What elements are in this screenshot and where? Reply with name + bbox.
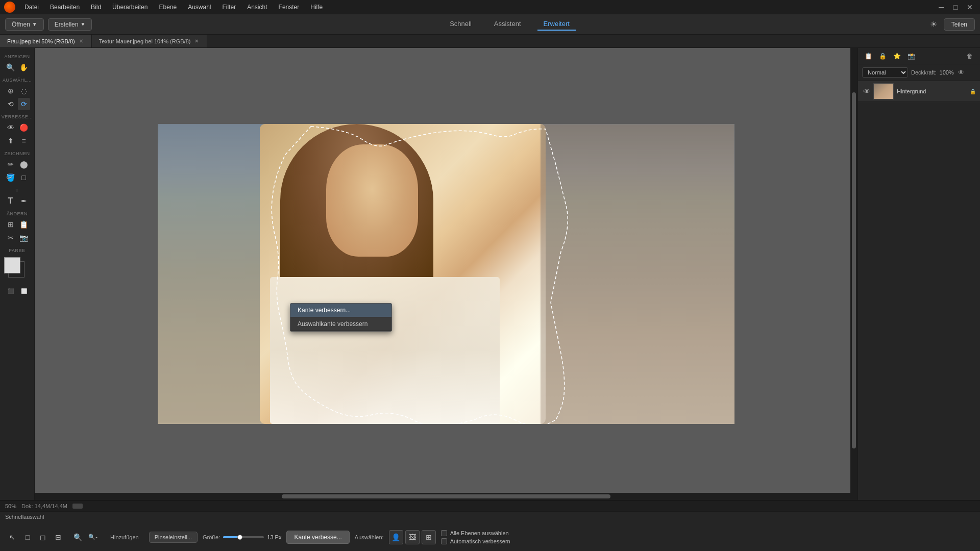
- color-foreground-swatch[interactable]: [4, 257, 20, 273]
- layer-visibility-icon[interactable]: 👁: [958, 69, 964, 76]
- color-swatch-area: [4, 257, 31, 283]
- blend-mode-select[interactable]: Normal Multiplizieren Bildschirm: [862, 67, 908, 78]
- layer-thumb-preview: [874, 84, 893, 99]
- tool-pan[interactable]: ✋: [18, 61, 30, 73]
- auswahlen-icon-3[interactable]: ⊞: [422, 530, 436, 544]
- dropdown-item-auswahlkante[interactable]: Auswahlkante verbessern: [290, 317, 391, 331]
- main-layout: ANZEIGEN 🔍 ✋ AUSWÄHL... ⊕ ◌ ⟲ ⟳ VERBESSE…: [0, 48, 980, 500]
- tool-text[interactable]: T: [5, 195, 17, 207]
- section-zeichnen: ZEICHNEN: [0, 151, 34, 156]
- tool-fill[interactable]: 🪣: [5, 171, 17, 184]
- refine-edge-btn[interactable]: Kante verbesse...: [286, 531, 349, 544]
- mode-schnell[interactable]: Schnell: [444, 18, 478, 31]
- panel-new-layer[interactable]: 📋: [862, 50, 874, 62]
- app-icon: [4, 2, 15, 13]
- tool-eraser[interactable]: ⬤: [18, 158, 30, 170]
- zoom-in-icon[interactable]: 🔍: [70, 530, 85, 544]
- photo-canvas[interactable]: @keyframes dash { to { stroke-dashoffset…: [158, 124, 734, 424]
- status-info-btn[interactable]: [72, 504, 83, 509]
- tool-fix[interactable]: 🔴: [18, 121, 30, 134]
- tab-frau-close[interactable]: ✕: [78, 38, 84, 44]
- select-mode-icons: ↖ □ ◻ ⊟: [5, 530, 65, 544]
- tool-slice[interactable]: ✂: [5, 232, 17, 244]
- horizontal-scrollbar[interactable]: [35, 493, 857, 500]
- status-bar: 50% Dok: 14,4M/14,4M: [0, 500, 980, 511]
- tool-crop[interactable]: ⊞: [5, 218, 17, 231]
- tool-mode-4[interactable]: ⊟: [51, 530, 65, 544]
- checkbox-alle-ebenen-input[interactable]: [441, 530, 447, 536]
- tool-heal[interactable]: ⬆: [5, 135, 17, 147]
- tool-pen[interactable]: ✒: [18, 195, 30, 207]
- menu-bild[interactable]: Bild: [86, 3, 106, 12]
- auswahlen-icon-1[interactable]: 👤: [389, 530, 403, 544]
- tool-options-row: ↖ □ ◻ ⊟ 🔍 🔍- Hinzufügen Pinseleinstell..…: [0, 521, 980, 551]
- tool-select-lasso[interactable]: ◌: [18, 85, 30, 97]
- tab-textur[interactable]: Textur Mauer.jpeg bei 104% (RGB/8) ✕: [92, 35, 208, 47]
- tool-3d[interactable]: 📷: [18, 232, 30, 244]
- auswahlen-icon-2[interactable]: 🖼: [405, 530, 420, 544]
- section-auswahl: AUSWÄHL...: [0, 78, 34, 83]
- tool-color2[interactable]: ⬜: [18, 285, 30, 297]
- dropdown-item-kante-verbessern[interactable]: Kante verbessern...: [290, 304, 391, 317]
- size-slider-track[interactable]: [223, 536, 264, 538]
- tool-transform[interactable]: 📋: [18, 218, 30, 231]
- canvas-area[interactable]: @keyframes dash { to { stroke-dashoffset…: [35, 48, 857, 500]
- layer-hintergrund[interactable]: 👁 Hintergrund 🔒: [858, 81, 980, 102]
- tool-mode-1[interactable]: ↖: [5, 530, 19, 544]
- section-farbe: FARBE: [0, 248, 34, 253]
- checkboxes-group: Alle Ebenen auswählen Automatisch verbes…: [441, 530, 510, 544]
- menu-auswahl[interactable]: Auswahl: [183, 3, 216, 12]
- panel-delete[interactable]: 🗑: [964, 50, 976, 62]
- open-btn[interactable]: Öffnen ▼: [5, 18, 44, 31]
- layer-thumbnail: [873, 83, 894, 99]
- h-scroll-thumb[interactable]: [282, 494, 611, 498]
- share-btn[interactable]: Teilen: [944, 18, 975, 31]
- tool-zoom[interactable]: 🔍: [5, 61, 17, 73]
- tool-select-rect[interactable]: ⊕: [5, 85, 17, 97]
- menu-ebene[interactable]: Ebene: [154, 3, 182, 12]
- menu-datei[interactable]: Datei: [19, 3, 44, 12]
- layer-eye-icon[interactable]: 👁: [863, 87, 870, 95]
- tool-mode-3[interactable]: ◻: [36, 530, 50, 544]
- tab-textur-close[interactable]: ✕: [193, 38, 200, 44]
- v-scroll-thumb[interactable]: [852, 92, 856, 448]
- close-btn[interactable]: ✕: [964, 1, 976, 13]
- menu-ueberarbeiten[interactable]: Überarbeiten: [107, 3, 153, 12]
- tool-clone[interactable]: ≡: [18, 135, 30, 147]
- menu-fenster[interactable]: Fenster: [274, 3, 305, 12]
- panel-camera[interactable]: 📸: [905, 50, 917, 62]
- auswahlen-icon-group: 👤 🖼 ⊞: [389, 530, 436, 544]
- mode-erweitert[interactable]: Erweitert: [537, 18, 576, 31]
- panel-lock[interactable]: 🔒: [876, 50, 889, 62]
- menu-filter[interactable]: Filter: [217, 3, 241, 12]
- menu-bearbeiten[interactable]: Bearbeiten: [45, 3, 85, 12]
- tool-color1[interactable]: ⬛: [5, 285, 17, 297]
- checkbox-alle-ebenen-label: Alle Ebenen auswählen: [450, 530, 509, 536]
- tool-quick-select[interactable]: ⟳: [18, 98, 30, 110]
- main-toolbar: Öffnen ▼ Erstellen ▼ Schnell Assistent E…: [0, 14, 980, 35]
- zoom-out-icon[interactable]: 🔍-: [86, 530, 100, 544]
- minimize-btn[interactable]: ─: [935, 1, 947, 13]
- checkbox-auto-verbessern-input[interactable]: [441, 538, 447, 544]
- layer-lock-icon: 🔒: [970, 89, 976, 94]
- tool-mode-2[interactable]: □: [20, 530, 35, 544]
- create-btn[interactable]: Erstellen ▼: [48, 18, 92, 31]
- menu-bar: Datei Bearbeiten Bild Überarbeiten Ebene…: [0, 0, 980, 14]
- menu-hilfe[interactable]: Hilfe: [305, 3, 328, 12]
- tool-magic-wand[interactable]: ⟲: [5, 98, 17, 110]
- mode-assistent[interactable]: Assistent: [488, 18, 527, 31]
- tool-eye[interactable]: 👁: [5, 121, 17, 134]
- maximize-btn[interactable]: □: [949, 1, 962, 13]
- right-panel: 📋 🔒 ⭐ 📸 🗑 Normal Multiplizieren Bildschi…: [857, 48, 980, 500]
- menu-ansicht[interactable]: Ansicht: [242, 3, 272, 12]
- brightness-toggle[interactable]: ☀: [927, 18, 940, 31]
- tab-frau[interactable]: Frau.jpeg bei 50% (RGB/8) ✕: [0, 35, 92, 47]
- hinzufugen-btn[interactable]: Hinzufügen: [105, 533, 144, 542]
- vertical-scrollbar[interactable]: [850, 48, 857, 493]
- tool-shape[interactable]: □: [18, 171, 30, 184]
- size-slider-thumb[interactable]: [237, 535, 242, 540]
- panel-star[interactable]: ⭐: [891, 50, 903, 62]
- pinsel-btn[interactable]: Pinseleinstell...: [149, 532, 198, 543]
- size-value: 13 Px: [267, 534, 281, 540]
- tool-brush[interactable]: ✏: [5, 158, 17, 170]
